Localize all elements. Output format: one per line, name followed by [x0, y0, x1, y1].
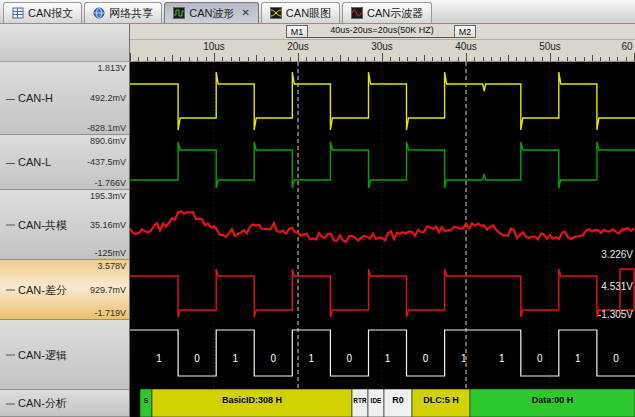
svg-text:1: 1 — [156, 353, 162, 364]
ruler-tick — [466, 53, 467, 61]
tree-line — [6, 355, 15, 356]
ruler-tick — [365, 57, 366, 61]
ruler-tick — [315, 57, 316, 61]
ruler-tick — [424, 55, 425, 61]
ruler-tick — [264, 57, 265, 61]
svg-text:0: 0 — [271, 353, 277, 364]
ruler-tick — [516, 57, 517, 61]
channel-label: CAN-L — [6, 156, 51, 168]
ruler-tick — [214, 53, 215, 61]
tab-can-eye-diagram[interactable]: CAN眼图 — [261, 2, 340, 23]
tab-label: CAN示波器 — [367, 6, 423, 21]
ruler-tick — [180, 57, 181, 61]
svg-text:0: 0 — [613, 353, 619, 364]
ruler-tick — [592, 55, 593, 61]
svg-text:1: 1 — [385, 353, 391, 364]
marker-span-line — [298, 37, 466, 38]
ruler-tick — [609, 57, 610, 61]
ruler-tick — [138, 57, 139, 61]
channel-label: CAN-逻辑 — [6, 347, 67, 362]
svg-text:0: 0 — [194, 353, 200, 364]
marker-m2[interactable]: M2 — [454, 25, 476, 38]
scope-column: M1 40us-20us=20us(50K HZ) M2 10us20us30u… — [130, 24, 635, 417]
channel-label: CAN-H — [6, 92, 53, 104]
ruler-tick — [155, 57, 156, 61]
ruler-tick — [416, 57, 417, 61]
ruler-tick — [458, 57, 459, 61]
ruler-tick — [390, 57, 391, 61]
ruler-tick — [483, 57, 484, 61]
ruler-tick-label: 10us — [203, 41, 225, 52]
scale-value-top: 1.813V — [97, 63, 126, 73]
svg-text:-1.305V: -1.305V — [598, 309, 633, 320]
tree-line — [6, 163, 15, 164]
scale-value-mid: -437.5mV — [87, 157, 126, 167]
tree-line — [6, 403, 15, 404]
svg-text:R0: R0 — [392, 395, 404, 405]
channel-label: CAN-分析 — [6, 396, 67, 411]
time-ruler[interactable]: 10us20us30us40us50us60 — [130, 40, 635, 62]
ruler-tick — [449, 57, 450, 61]
tab-can-messages[interactable]: CAN报文 — [3, 2, 82, 23]
ruler-tick — [584, 57, 585, 61]
channel-row-can-h[interactable]: CAN-H 1.813V 492.2mV -828.1mV — [0, 62, 129, 135]
tab-label: CAN眼图 — [286, 6, 331, 21]
svg-text:RTR: RTR — [353, 397, 367, 404]
ruler-tick — [273, 57, 274, 61]
oscilloscope-icon — [351, 7, 363, 19]
channel-panel-header — [0, 24, 129, 62]
tab-can-waveform[interactable]: CAN波形 ✕ — [164, 2, 259, 23]
waveform-display[interactable]: 1010101011010SBasicID:308 HRTRIDER0DLC:5… — [130, 62, 635, 417]
ruler-tick — [340, 55, 341, 61]
channel-row-can-l[interactable]: CAN-L 890.6mV -437.5mV -1.766V — [0, 135, 129, 190]
ruler-tick — [374, 57, 375, 61]
ruler-tick-label: 40us — [455, 41, 477, 52]
channel-row-can-differential[interactable]: CAN-差分 3.578V 929.7mV -1.719V — [0, 260, 129, 320]
channel-row-can-common-mode[interactable]: CAN-共模 195.3mV 35.16mV -125mV — [0, 190, 129, 260]
svg-text:DLC:5 H: DLC:5 H — [423, 395, 459, 405]
ruler-tick — [491, 57, 492, 61]
svg-text:0: 0 — [347, 353, 353, 364]
ruler-tick — [600, 57, 601, 61]
scale-value-top: 890.6mV — [90, 136, 126, 146]
svg-text:1: 1 — [575, 353, 581, 364]
globe-icon — [93, 7, 105, 19]
tab-close-icon[interactable]: ✕ — [241, 8, 249, 18]
ruler-tick — [542, 57, 543, 61]
ruler-tick — [130, 53, 131, 61]
ruler-tick — [525, 57, 526, 61]
ruler-tick — [206, 57, 207, 61]
ruler-tick — [239, 57, 240, 61]
svg-text:1: 1 — [499, 353, 505, 364]
ruler-tick — [189, 57, 190, 61]
eye-diagram-icon — [270, 7, 282, 19]
channel-row-can-analysis[interactable]: CAN-分析 — [0, 390, 129, 417]
channel-label: CAN-共模 — [6, 217, 67, 232]
ruler-tick — [281, 57, 282, 61]
tree-line — [6, 99, 15, 100]
ruler-tick — [550, 53, 551, 61]
ruler-tick — [626, 57, 627, 61]
svg-text:IDE: IDE — [371, 397, 383, 404]
marker-measurement: 40us-20us=20us(50K HZ) — [330, 25, 433, 35]
ruler-tick-label: 30us — [371, 41, 393, 52]
ruler-tick — [256, 55, 257, 61]
svg-text:4.531V: 4.531V — [601, 281, 633, 292]
tab-can-oscilloscope[interactable]: CAN示波器 — [342, 2, 432, 23]
tab-network-sharing[interactable]: 网络共享 — [84, 2, 162, 23]
ruler-tick — [147, 57, 148, 61]
scale-value-bottom: -828.1mV — [87, 123, 126, 133]
ruler-tick — [298, 53, 299, 61]
ruler-tick — [248, 57, 249, 61]
ruler-tick — [172, 55, 173, 61]
ruler-tick — [382, 53, 383, 61]
channel-row-can-logic[interactable]: CAN-逻辑 — [0, 320, 129, 390]
ruler-tick — [357, 57, 358, 61]
ruler-tick-label: 50us — [539, 41, 561, 52]
scale-value-top: 3.578V — [97, 261, 126, 271]
svg-text:0: 0 — [537, 353, 543, 364]
channel-panel: CAN-H 1.813V 492.2mV -828.1mV CAN-L 890.… — [0, 24, 130, 417]
svg-text:1: 1 — [232, 353, 238, 364]
tab-bar: CAN报文 网络共享 CAN波形 ✕ CAN眼图 — [0, 0, 635, 24]
marker-bar: M1 40us-20us=20us(50K HZ) M2 — [130, 24, 635, 40]
